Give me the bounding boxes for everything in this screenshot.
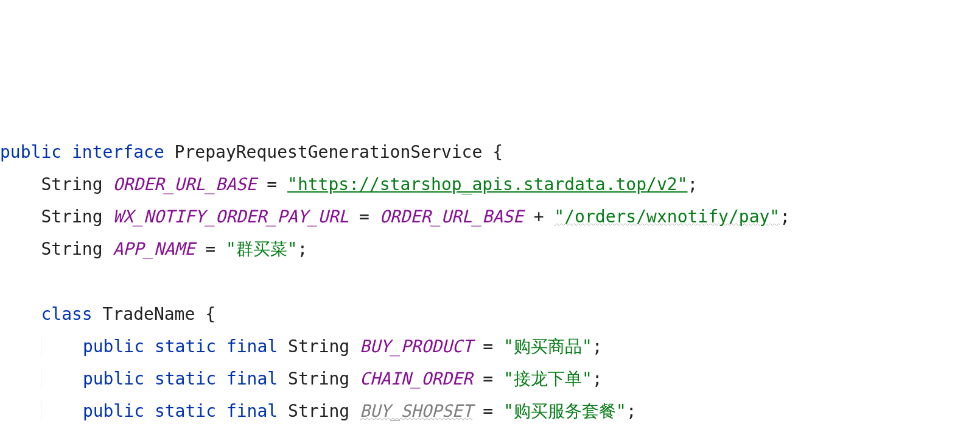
field-wx-notify: WX_NOTIFY_ORDER_PAY_URL [113, 207, 349, 227]
keyword-final: final [226, 369, 278, 389]
string-literal: "购买服务套餐" [503, 401, 626, 421]
type-string: String [288, 336, 349, 356]
string-literal: "购买商品" [503, 336, 592, 356]
field-app-name: APP_NAME [113, 239, 195, 259]
code-line: String APP_NAME = "群买菜"; [0, 239, 307, 259]
keyword-public: public [83, 336, 144, 356]
code-line: public static final String BUY_PRODUCT =… [0, 336, 603, 356]
indent-guide: public static final String BUY_SHOPSET =… [41, 401, 636, 421]
space [144, 401, 155, 421]
code-line: public static final String CHAIN_ORDER =… [0, 369, 603, 389]
space [349, 369, 360, 389]
space [61, 142, 72, 162]
string-literal: "接龙下单" [503, 369, 592, 389]
code-line: String ORDER_URL_BASE = "https://starsho… [0, 174, 698, 194]
field-buy-product: BUY_PRODUCT [360, 336, 472, 356]
keyword-final: final [226, 336, 278, 356]
semicolon: ; [626, 401, 637, 421]
semicolon: ; [592, 336, 603, 356]
plus: + [523, 207, 555, 227]
equals: = [473, 401, 504, 421]
equals: = [473, 369, 504, 389]
type-string: String [288, 401, 349, 421]
code-line: class TradeName { [0, 304, 215, 324]
space [278, 369, 288, 389]
field-ref-order-url-base: ORDER_URL_BASE [380, 207, 523, 227]
space [164, 142, 175, 162]
field-order-url-base: ORDER_URL_BASE [113, 174, 256, 194]
semicolon: ; [780, 207, 790, 227]
space [103, 207, 113, 227]
type-string: String [288, 369, 349, 389]
field-chain-order: CHAIN_ORDER [360, 369, 472, 389]
semicolon: ; [298, 239, 308, 259]
space [144, 336, 155, 356]
code-line-blank [0, 272, 10, 292]
type-string: String [41, 174, 102, 194]
space [216, 336, 226, 356]
code-line: String WX_NOTIFY_ORDER_PAY_URL = ORDER_U… [0, 207, 790, 227]
semicolon: ; [592, 369, 603, 389]
space [349, 336, 360, 356]
equals: = [349, 207, 380, 227]
equals: = [256, 174, 287, 194]
interface-name: PrepayRequestGenerationService [175, 142, 483, 162]
string-url: "https://starshop_apis.stardata.top/v2" [287, 174, 687, 194]
space [278, 336, 288, 356]
type-string: String [41, 207, 102, 227]
keyword-static: static [155, 336, 216, 356]
keyword-public: public [0, 142, 61, 162]
keyword-static: static [155, 401, 216, 421]
indent-guide: public static final String CHAIN_ORDER =… [41, 369, 602, 389]
space [144, 369, 155, 389]
keyword-static: static [155, 369, 216, 389]
equals: = [195, 239, 226, 259]
string-warn: "/orders/wxnotify/pay" [554, 207, 780, 227]
space [216, 369, 226, 389]
keyword-interface: interface [72, 142, 164, 162]
brace-open: { [482, 142, 503, 162]
semicolon: ; [688, 174, 698, 194]
code-line: public interface PrepayRequestGeneration… [0, 142, 503, 162]
string-literal: "/orders/wxnotify/pay" [554, 207, 780, 227]
keyword-final: final [226, 401, 278, 421]
space [103, 239, 113, 259]
keyword-public: public [83, 369, 144, 389]
code-line: public static final String BUY_SHOPSET =… [0, 401, 637, 421]
field-buy-shopset: BUY_SHOPSET [360, 401, 472, 421]
space [349, 401, 360, 421]
space [103, 174, 113, 194]
string-literal: "群买菜" [226, 239, 298, 259]
brace-open: { [195, 304, 215, 324]
space [93, 304, 103, 324]
equals: = [473, 336, 504, 356]
type-string: String [41, 239, 102, 259]
keyword-class: class [41, 304, 92, 324]
class-name: TradeName [103, 304, 195, 324]
indent-guide: public static final String BUY_PRODUCT =… [41, 336, 602, 356]
space [278, 401, 288, 421]
space [216, 401, 226, 421]
code-editor[interactable]: public interface PrepayRequestGeneration… [0, 136, 980, 429]
keyword-public: public [83, 401, 144, 421]
